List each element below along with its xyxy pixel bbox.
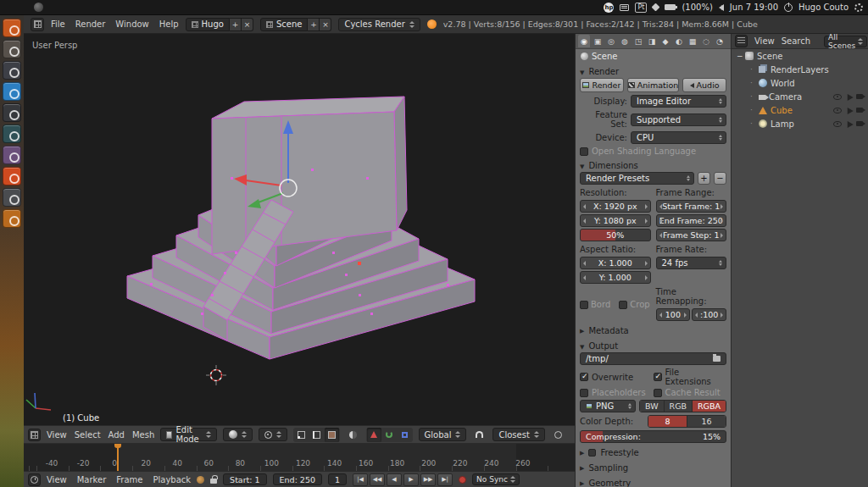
panel-header-geometry[interactable]: Geometry <box>576 476 731 487</box>
edge-select-button[interactable] <box>309 428 324 442</box>
current-frame-marker[interactable] <box>117 444 119 471</box>
menu-item[interactable]: File <box>51 19 65 29</box>
panel-header-render[interactable]: Render <box>576 64 731 78</box>
current-frame-field[interactable]: 1 <box>328 473 347 485</box>
jump-to-start-button[interactable]: |◀ <box>353 473 368 486</box>
folder-icon[interactable] <box>713 356 721 362</box>
border-checkbox[interactable] <box>580 301 588 309</box>
renderability-camera-icon[interactable] <box>856 121 863 126</box>
renderability-camera-icon[interactable] <box>856 108 863 113</box>
play-reverse-button[interactable]: ◀ <box>387 473 402 486</box>
start-frame-field[interactable]: Start Frame: 1 <box>656 200 727 213</box>
render-animation-button[interactable]: Animation <box>627 78 679 92</box>
clock[interactable]: Jun 7 19:00 <box>730 3 778 12</box>
translate-manipulator-button[interactable] <box>367 428 381 442</box>
file-format-select[interactable]: PNG <box>580 400 636 412</box>
frame-rate-select[interactable]: 24 fps <box>656 257 727 269</box>
screen-layout-selector[interactable]: Hugo <box>186 18 230 31</box>
editor-type-icon[interactable] <box>735 35 748 47</box>
visibility-eye-icon[interactable] <box>833 108 842 113</box>
depth-16-button[interactable]: 16 <box>687 416 726 427</box>
remove-preset-button[interactable]: − <box>714 172 726 185</box>
menu-item[interactable]: Marker <box>77 475 107 484</box>
pyramid-model[interactable] <box>24 34 575 425</box>
render-presets-select[interactable]: Render Presets <box>580 172 694 185</box>
session-gear-icon[interactable] <box>854 3 863 12</box>
file-extensions-checkbox[interactable] <box>654 373 662 381</box>
render-button[interactable]: Render <box>580 78 624 92</box>
scene-tab[interactable]: ◎ <box>605 35 617 47</box>
editor-type-icon[interactable] <box>28 429 41 441</box>
3d-viewport[interactable]: User Persp (1) Cube <box>24 34 575 425</box>
outliner-row[interactable]: Scene <box>732 49 868 63</box>
add-preset-button[interactable]: + <box>698 172 710 185</box>
menu-item[interactable]: View <box>47 430 67 440</box>
face-select-button[interactable] <box>325 428 339 442</box>
system-settings-icon[interactable] <box>3 188 21 207</box>
play-button[interactable]: ▶ <box>403 473 419 486</box>
lock-time-icon[interactable] <box>210 479 217 484</box>
render-tab[interactable]: ◉ <box>578 35 590 47</box>
volume-icon[interactable] <box>719 4 724 11</box>
panel-header-freestyle[interactable]: Freestyle <box>576 445 731 459</box>
crop-checkbox[interactable] <box>619 301 627 309</box>
session-user[interactable]: Hugo Couto <box>798 3 849 12</box>
selectability-cursor-icon[interactable] <box>844 106 853 114</box>
outliner-row[interactable]: RenderLayers <box>732 63 868 76</box>
start-frame-field[interactable]: Start: 1 <box>223 473 266 485</box>
workspace-switcher-icon[interactable] <box>3 61 21 80</box>
jump-to-end-button[interactable]: ▶| <box>437 473 453 486</box>
disclosure-icon[interactable] <box>750 80 758 87</box>
menu-item[interactable]: Frame <box>116 475 142 484</box>
outliner-row[interactable]: World <box>732 76 868 90</box>
add-scene-button[interactable]: + <box>308 18 320 31</box>
aspect-y-field[interactable]: Y: 1.000 <box>580 271 651 284</box>
disclosure-icon[interactable] <box>750 93 758 101</box>
timeline-ruler[interactable]: -40-200204060801001201401601802002202402… <box>24 444 575 471</box>
menu-item[interactable]: Help <box>159 19 179 29</box>
files-icon[interactable] <box>3 40 21 58</box>
device-select[interactable]: CPU <box>631 131 726 144</box>
power-icon[interactable] <box>784 3 793 12</box>
close-screen-button[interactable]: × <box>242 18 253 31</box>
preview-range-icon[interactable] <box>197 476 204 484</box>
panel-header-metadata[interactable]: Metadata <box>576 324 731 337</box>
menu-item[interactable]: Search <box>782 36 810 46</box>
render-layers-tab[interactable]: ▣ <box>592 35 604 47</box>
vertex-select-button[interactable] <box>294 428 309 442</box>
frame-step-field[interactable]: Frame Step: 1 <box>656 229 727 241</box>
selectability-cursor-icon[interactable] <box>844 92 853 101</box>
panel-header-sampling[interactable]: Sampling <box>576 461 731 474</box>
keyboard-icon[interactable] <box>620 4 629 11</box>
aspect-x-field[interactable]: X: 1.000 <box>580 257 651 269</box>
compression-slider[interactable]: Compression:15% <box>580 430 726 443</box>
photos-app-icon[interactable] <box>3 82 21 101</box>
menu-item[interactable]: Mesh <box>132 430 154 440</box>
data-tab[interactable]: ◆ <box>659 35 671 47</box>
rgba-button[interactable]: RGBA <box>693 401 726 412</box>
menu-item[interactable]: Render <box>75 19 106 29</box>
hp-logo-icon[interactable]: hp <box>604 3 614 13</box>
menu-item[interactable]: View <box>47 475 67 484</box>
close-scene-button[interactable]: × <box>320 18 331 31</box>
battery-icon[interactable] <box>665 4 676 10</box>
render-audio-button[interactable]: Audio <box>682 78 726 92</box>
display-select[interactable]: Image Editor <box>631 95 726 108</box>
outliner-filter-select[interactable]: All Scenes <box>824 36 867 47</box>
depth-8-button[interactable]: 8 <box>648 416 687 427</box>
resolution-percent-slider[interactable]: 50% <box>580 229 651 241</box>
disclosure-icon[interactable] <box>750 120 758 128</box>
app-icon[interactable] <box>34 3 43 12</box>
material-tab[interactable]: ◐ <box>673 35 685 47</box>
pivot-select[interactable] <box>259 428 287 441</box>
menu-item[interactable]: View <box>754 36 775 46</box>
end-frame-field[interactable]: End Frame: 250 <box>656 214 727 227</box>
menu-item[interactable]: Playback <box>153 475 191 484</box>
editor-type-icon[interactable] <box>28 473 41 486</box>
mode-select[interactable]: Edit Mode <box>160 428 216 441</box>
scene-selector[interactable]: Scene <box>260 18 309 31</box>
feature-set-select[interactable]: Supported <box>631 113 726 126</box>
end-frame-field[interactable]: End: 250 <box>273 473 322 485</box>
menu-item[interactable]: Add <box>108 430 125 440</box>
resolution-y-field[interactable]: Y: 1080 px <box>580 214 651 227</box>
